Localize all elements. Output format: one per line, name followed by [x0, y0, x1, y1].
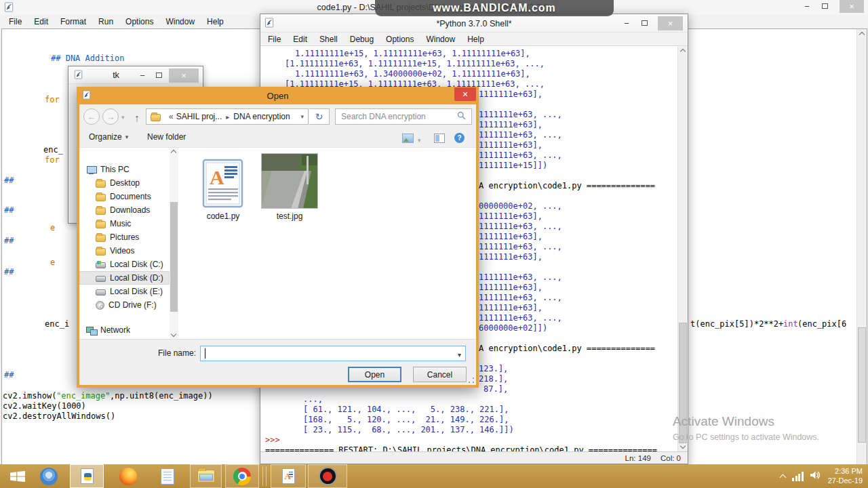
organize-button[interactable]: Organize ▾	[89, 132, 128, 142]
start-button[interactable]	[0, 464, 35, 488]
taskbar-firefox-icon[interactable]	[113, 464, 143, 488]
back-button[interactable]: ←	[83, 108, 100, 125]
open-button[interactable]: Open	[348, 367, 401, 382]
taskbar-clock[interactable]: 2:36 PM 27-Dec-19	[828, 467, 863, 485]
show-hidden-icons-chevron[interactable]	[780, 474, 787, 481]
breadcrumb[interactable]: « SAHIL proj... ▸ DNA encryption ▾	[146, 108, 309, 125]
resize-grip[interactable]	[469, 378, 474, 383]
taskbar-file-explorer-icon[interactable]	[190, 464, 222, 488]
editor-minimize-button[interactable]: −	[799, 0, 815, 12]
shell-statusbar: Ln: 149 Col: 0	[260, 451, 688, 464]
shell-menu-item[interactable]: Edit	[287, 33, 313, 45]
taskbar-notepad-icon[interactable]	[153, 464, 182, 488]
search-placeholder: Search DNA encryption	[341, 112, 457, 121]
new-folder-button[interactable]: New folder	[147, 132, 186, 142]
shell-menu-item[interactable]: Debug	[344, 33, 380, 45]
view-dropdown-icon[interactable]: ▾	[418, 137, 421, 144]
scroll-up-icon[interactable]	[859, 32, 865, 37]
breadcrumb-dropdown-icon[interactable]: ▾	[300, 113, 304, 120]
tk-minimize-button[interactable]: −	[135, 69, 150, 81]
editor-menu-item[interactable]: Help	[201, 16, 230, 28]
sidebar-scrollbar[interactable]	[170, 148, 178, 339]
recent-locations-dropdown-icon[interactable]: ▾	[121, 114, 125, 121]
taskbar-chromium-icon[interactable]	[34, 464, 64, 488]
help-icon[interactable]	[454, 133, 465, 143]
sidebar-item-icon	[96, 221, 106, 228]
breadcrumb-current[interactable]: DNA encryption	[233, 112, 290, 121]
shell-close-button[interactable]: ×	[658, 16, 683, 30]
organize-dropdown-icon: ▾	[125, 134, 129, 140]
up-button[interactable]: ↑	[130, 110, 144, 125]
forward-button[interactable]: →	[102, 108, 119, 125]
sidebar-item[interactable]: Local Disk (C:)	[79, 258, 170, 271]
sidebar-item[interactable]: Documents	[79, 190, 170, 203]
breadcrumb-overflow-icon[interactable]: «	[169, 112, 174, 121]
volume-icon[interactable]	[810, 470, 821, 483]
scroll-down-icon[interactable]	[680, 443, 686, 449]
shell-output-line: 1111111e+15]])	[479, 161, 547, 170]
file-name-dropdown-icon[interactable]: ▾	[458, 351, 461, 359]
search-input[interactable]: Search DNA encryption	[335, 108, 472, 125]
sidebar-item[interactable]: Local Disk (E:)	[79, 285, 170, 298]
scrollbar-thumb[interactable]	[858, 327, 866, 443]
scroll-up-icon[interactable]	[171, 150, 176, 155]
shell-menu-item[interactable]: Window	[420, 33, 461, 45]
sidebar-item[interactable]: This PC	[79, 163, 170, 176]
shell-scrollbar[interactable]	[677, 46, 688, 451]
editor-menu-item[interactable]: Format	[54, 16, 92, 28]
shell-menu-item[interactable]: Shell	[313, 33, 344, 45]
sidebar-item[interactable]: Videos	[79, 244, 170, 258]
sidebar-item[interactable]: Downloads	[79, 203, 170, 217]
sidebar-item-label: Local Disk (E:)	[110, 287, 163, 296]
taskbar-idle-python-icon[interactable]	[70, 464, 104, 488]
shell-menu-item[interactable]: Options	[380, 33, 420, 45]
scrollbar-thumb[interactable]	[679, 323, 687, 443]
editor-code-fragment: e	[50, 258, 55, 267]
dialog-navigation-bar: ← → ▾ ↑ « SAHIL proj... ▸ DNA encryption…	[79, 104, 476, 129]
editor-menu-item[interactable]: Run	[92, 16, 119, 28]
tk-maximize-button[interactable]	[151, 69, 166, 81]
editor-menu-item[interactable]: File	[3, 16, 28, 28]
editor-code-fragment: cv2.destroyAllWindows()	[3, 411, 115, 421]
network-signal-icon[interactable]	[792, 471, 804, 481]
search-icon	[457, 110, 466, 123]
breadcrumb-parent[interactable]: SAHIL proj...	[176, 112, 222, 121]
file-name-input[interactable]: ▾	[200, 346, 466, 361]
taskbar-bandicam-icon[interactable]	[308, 464, 347, 488]
file-item-test-jpg[interactable]: test.jpg	[258, 152, 321, 221]
sidebar-item-label: Local Disk (D:)	[110, 273, 163, 283]
sidebar-item[interactable]: Desktop	[79, 176, 170, 190]
editor-close-button[interactable]: ×	[840, 0, 864, 13]
sidebar-item[interactable]: Music	[79, 217, 170, 230]
scroll-down-icon[interactable]	[171, 331, 176, 337]
shell-menu-item[interactable]: File	[262, 33, 287, 45]
file-list[interactable]: A code1.py	[184, 148, 476, 339]
sidebar-item-label: CD Drive (F:)	[108, 300, 157, 310]
shell-menu-item[interactable]: Help	[461, 33, 490, 45]
sidebar-item[interactable]: CD Drive (F:)	[79, 298, 170, 312]
bandicam-watermark-text: www.BANDICAM.com	[433, 2, 556, 14]
shell-maximize-button[interactable]	[636, 17, 652, 29]
editor-menu-item[interactable]: Edit	[28, 16, 54, 28]
preview-pane-icon[interactable]	[434, 134, 445, 143]
scroll-up-icon[interactable]	[680, 49, 686, 54]
editor-menu-item[interactable]: Options	[119, 16, 159, 28]
sidebar-item[interactable]: Network	[79, 323, 170, 337]
change-view-icon[interactable]	[402, 134, 414, 143]
editor-restore-button[interactable]	[816, 0, 833, 12]
tk-close-button[interactable]: ×	[169, 68, 199, 83]
refresh-button[interactable]: ↻	[309, 108, 330, 125]
taskbar-chrome-icon[interactable]	[225, 464, 259, 488]
editor-menu-item[interactable]: Window	[159, 16, 201, 28]
taskbar-wordpad-icon[interactable]	[271, 464, 306, 488]
dialog-close-button[interactable]: ×	[454, 87, 476, 101]
scrollbar-thumb[interactable]	[170, 202, 178, 312]
shell-titlebar: *Python 3.7.0 Shell* − ×	[260, 14, 688, 33]
editor-scrollbar[interactable]	[856, 29, 867, 470]
file-item-code1[interactable]: A code1.py	[192, 152, 254, 221]
sidebar-item[interactable]: Pictures	[79, 230, 170, 244]
sidebar-item[interactable]: Local Disk (D:)	[79, 271, 170, 285]
shell-minimize-button[interactable]: −	[618, 17, 635, 29]
cancel-button[interactable]: Cancel	[413, 367, 467, 382]
editor-code-fragment: int	[783, 319, 798, 329]
